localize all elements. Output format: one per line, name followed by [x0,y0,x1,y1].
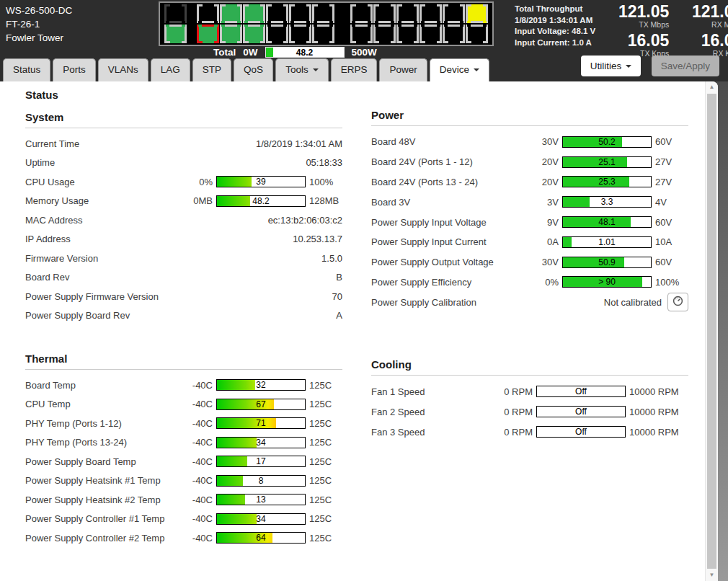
port[interactable] [243,25,265,43]
utilities-button[interactable]: Utilities [581,56,642,76]
row-label: Firmware Version [25,253,321,264]
bar-max-label: 100% [309,177,342,187]
port-tab [402,4,414,7]
port[interactable] [350,25,373,43]
port[interactable] [373,25,396,43]
port-tab [448,40,460,43]
port[interactable] [220,4,242,23]
thermal-section: Thermal Board Temp-40C32125CCPU Temp-40C… [25,352,342,548]
status-row: Uptime05:18:33 [25,154,342,173]
tab-ports[interactable]: Ports [53,58,96,81]
port[interactable] [466,25,488,43]
port[interactable] [396,4,419,23]
row-value: 1.5.0 [321,253,342,264]
bar-value: 64 [217,533,305,543]
tab-status[interactable]: Status [3,58,50,81]
row-label: Fan 2 Speed [371,407,500,417]
port-tab [379,40,391,43]
bar-min-label: 9V [525,217,559,228]
level-bar: 39 [216,176,306,187]
port[interactable] [197,25,219,43]
tab-erps[interactable]: ERPS [331,58,378,81]
level-bar: 3.3 [562,196,652,208]
status-row: Power Supply Heatsink #1 Temp-40C8125C [25,471,342,491]
bar-min-label: 0MB [179,195,213,206]
port[interactable] [266,4,288,23]
scrollbar[interactable]: ▲ ▼ [705,81,718,581]
save-apply-button[interactable]: Save/Apply [652,56,719,76]
bar-min-label: 20V [525,156,559,167]
port[interactable] [420,25,442,43]
scroll-thumb[interactable] [707,94,716,569]
port[interactable] [396,25,419,43]
row-value: 10.253.13.7 [293,234,342,244]
row-label: Uptime [25,157,306,168]
header: WS-26-500-DC FT-26-1 Fowler Tower Total … [0,0,728,81]
port[interactable] [243,4,265,23]
bar-max-label: 125C [309,399,342,409]
port-fill [445,27,463,41]
tab-device[interactable]: Device [430,58,489,81]
port[interactable] [220,25,242,43]
bar-max-label: 60V [655,257,688,267]
level-bar: 34 [216,513,306,525]
section-title-thermal: Thermal [25,352,342,370]
port[interactable] [420,4,442,23]
port[interactable] [197,4,219,23]
calibrate-gauge-button[interactable] [667,293,688,311]
status-row: Memory Usage0MB48.2128MB [25,192,342,211]
bar-min-label: 0A [525,236,559,247]
rx-stats-column: 121.02RX Mbps16.03RX Kpps [682,4,728,61]
tab-lag[interactable]: LAG [151,58,190,81]
port[interactable] [289,4,311,23]
total-power-row: Total 0W 48.2 500W [213,47,377,58]
total-label: Total [213,47,236,58]
total-min: 0W [243,47,257,58]
bar-value: 25.3 [563,177,651,187]
status-row: Power Supply Firmware Version70 [25,287,342,306]
chevron-down-icon [474,68,479,71]
row-label: IP Address [25,234,293,244]
port[interactable] [266,25,288,43]
port[interactable] [466,4,488,23]
port[interactable] [164,4,187,23]
bar-value: 3.3 [563,197,651,207]
row-label: Board Temp [25,380,179,391]
port[interactable] [443,4,465,23]
port-tab [226,4,237,7]
port-fill [352,27,370,41]
row-label: PHY Temp (Ports 1-12) [25,418,179,429]
port[interactable] [443,25,465,43]
port-tab [170,4,182,7]
port[interactable] [373,4,396,23]
port[interactable] [164,25,187,43]
scroll-up-arrow-icon[interactable]: ▲ [706,81,718,93]
port[interactable] [312,4,334,23]
port-tab [471,40,483,43]
tab-power[interactable]: Power [379,58,427,81]
bar-min-label: 30V [525,257,559,267]
status-row: Power Supply Board Temp-40C17125C [25,452,342,471]
port-fill [314,6,332,21]
bar-max-label: 10000 RPM [629,407,688,417]
tx-stats-column: 121.05TX Mbps16.05TX Kpps [608,4,669,61]
bar-min-label: 0% [179,177,213,187]
port-tab [471,4,483,7]
tab-stp[interactable]: STP [192,58,231,81]
port[interactable] [312,25,334,43]
port[interactable] [289,25,311,43]
tab-tools[interactable]: Tools [275,58,329,81]
port-fill [199,6,217,21]
tab-vlans[interactable]: VLANs [98,58,148,81]
tab-qos[interactable]: QoS [234,58,273,81]
row-label: MAC Address [25,215,268,226]
system-section: System Current Time1/8/2019 1:34:01 AMUp… [25,111,342,325]
status-row: Board Temp-40C32125C [25,376,342,395]
bar-min-label: 20V [525,177,559,187]
bar-min-label: -40C [179,380,213,391]
scroll-down-arrow-icon[interactable]: ▼ [706,569,718,581]
port[interactable] [350,4,373,23]
tab-bar: StatusPortsVLANsLAGSTPQoSToolsERPSPowerD… [3,58,492,81]
level-bar: 25.3 [562,176,652,187]
bar-max-label: 27V [655,156,688,167]
